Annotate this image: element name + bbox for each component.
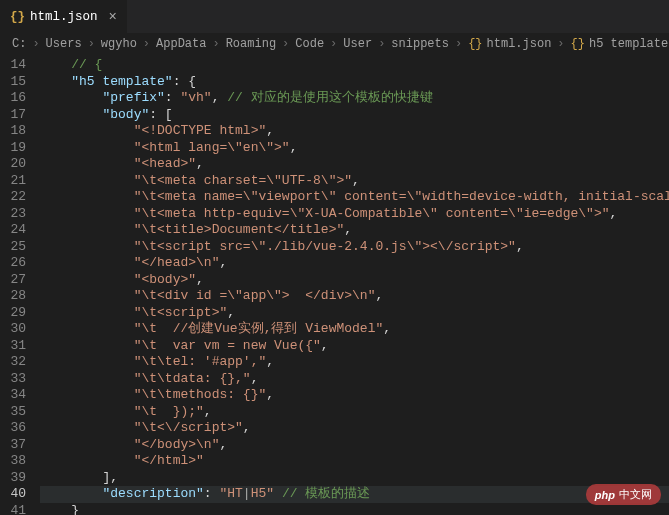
crumb[interactable]: snippets <box>391 37 449 51</box>
crumb[interactable]: User <box>343 37 372 51</box>
crumb[interactable]: AppData <box>156 37 206 51</box>
crumb[interactable]: C: <box>12 37 26 51</box>
crumb[interactable]: Users <box>46 37 82 51</box>
crumb-file[interactable]: html.json <box>487 37 552 51</box>
code-content[interactable]: // { "h5 template": { "prefix": "vh", //… <box>40 55 669 515</box>
json-symbol-icon: {} <box>571 37 585 51</box>
line-number-gutter: 1415161718192021222324252627282930313233… <box>0 55 40 515</box>
chevron-right-icon: › <box>88 37 95 51</box>
crumb-symbol[interactable]: h5 template <box>589 37 668 51</box>
chevron-right-icon: › <box>143 37 150 51</box>
breadcrumb[interactable]: C:› Users› wgyho› AppData› Roaming› Code… <box>0 33 669 55</box>
chevron-right-icon: › <box>330 37 337 51</box>
tab-bar: {} html.json × <box>0 0 669 33</box>
watermark-badge: 中文网 <box>586 484 661 505</box>
crumb[interactable]: Roaming <box>226 37 276 51</box>
chevron-right-icon: › <box>282 37 289 51</box>
chevron-right-icon: › <box>32 37 39 51</box>
crumb[interactable]: wgyho <box>101 37 137 51</box>
crumb[interactable]: Code <box>295 37 324 51</box>
editor-tab[interactable]: {} html.json × <box>0 0 128 33</box>
json-file-icon: {} <box>10 10 25 24</box>
json-file-icon: {} <box>468 37 482 51</box>
chevron-right-icon: › <box>557 37 564 51</box>
chevron-right-icon: › <box>455 37 462 51</box>
close-icon[interactable]: × <box>109 9 117 25</box>
chevron-right-icon: › <box>212 37 219 51</box>
tab-title: html.json <box>30 10 98 24</box>
code-editor[interactable]: 1415161718192021222324252627282930313233… <box>0 55 669 515</box>
chevron-right-icon: › <box>378 37 385 51</box>
